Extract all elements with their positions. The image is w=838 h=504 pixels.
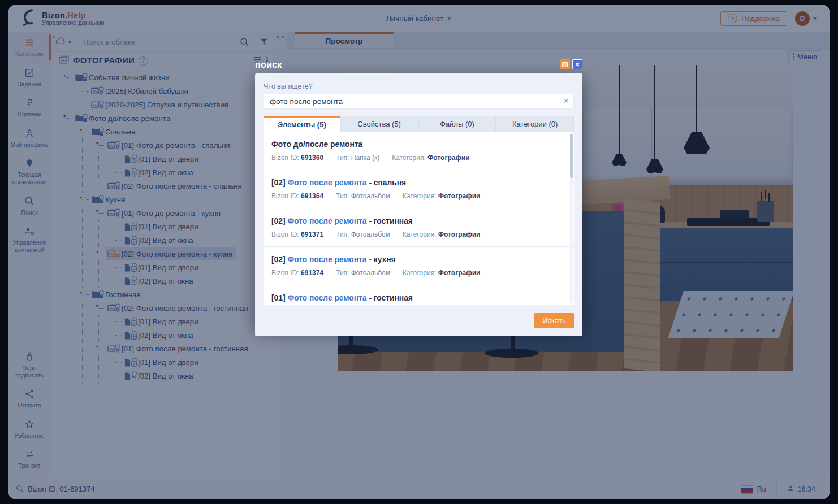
modal-search-input[interactable]: [264, 94, 574, 109]
result-link[interactable]: Фото после ремонта: [287, 294, 366, 302]
modal-tab-0[interactable]: Элементы (5): [264, 116, 340, 132]
minimize-window-icon[interactable]: [560, 59, 570, 69]
result-title: [01] Фото после ремонта - гостинная: [271, 294, 566, 302]
results-list: Фото до/после ремонтаBizon ID: 691360Тип…: [264, 132, 574, 305]
result-meta: Bizon ID: 691364Тип: ФотоальбомКатегория…: [271, 192, 566, 200]
modal-tab-3[interactable]: Категории (0): [496, 116, 574, 132]
modal-footer: Искать: [255, 305, 582, 336]
result-meta: Bizon ID: 691374Тип: ФотоальбомКатегория…: [271, 269, 566, 277]
result-item[interactable]: Фото до/после ремонтаBizon ID: 691360Тип…: [264, 132, 574, 170]
result-title: Фото до/после ремонта: [271, 140, 566, 149]
modal-titlebar: поиск ✕: [255, 59, 582, 73]
app-window: Bizon.Help Управление данными Личный каб…: [8, 5, 830, 499]
result-item[interactable]: [02] Фото после ремонта - гостиннаяBizon…: [264, 208, 574, 247]
result-item[interactable]: [01] Фото после ремонта - гостинная: [264, 285, 574, 305]
result-item[interactable]: [02] Фото после ремонта - кухняBizon ID:…: [264, 247, 574, 285]
result-title: [02] Фото после ремонта - спальня: [271, 179, 566, 187]
result-meta: Bizon ID: 691371Тип: ФотоальбомКатегория…: [271, 231, 566, 238]
result-title: [02] Фото после ремонта - кухня: [271, 255, 566, 264]
close-icon[interactable]: ✕: [572, 59, 582, 69]
result-link[interactable]: Фото после ремонта: [287, 179, 366, 187]
modal-title: поиск: [255, 59, 282, 69]
result-link[interactable]: Фото после ремонта: [287, 217, 366, 225]
modal-tab-1[interactable]: Свойства (5): [340, 116, 418, 132]
result-link[interactable]: Фото после ремонта: [287, 255, 366, 264]
search-submit-button[interactable]: Искать: [534, 313, 574, 328]
result-item[interactable]: [02] Фото после ремонта - спальняBizon I…: [264, 170, 574, 208]
results-area: Фото до/после ремонтаBizon ID: 691360Тип…: [264, 132, 574, 305]
search-modal: поиск ✕ Что вы ищете? ✕ Элементы (5)Свой…: [255, 59, 582, 328]
result-meta: Bizon ID: 691360Тип: Папка (к)Категория:…: [271, 154, 566, 162]
query-label: Что вы ищете?: [264, 82, 574, 90]
modal-panel: Что вы ищете? ✕ Элементы (5)Свойства (5)…: [255, 73, 582, 328]
clear-input-icon[interactable]: ✕: [563, 97, 569, 105]
result-title: [02] Фото после ремонта - гостинная: [271, 217, 566, 225]
modal-tab-2[interactable]: Файлы (0): [418, 116, 496, 132]
screen: Bizon.Help Управление данными Личный каб…: [0, 0, 838, 504]
modal-tabs: Элементы (5)Свойства (5)Файлы (0)Категор…: [264, 116, 574, 132]
scrollbar-thumb[interactable]: [570, 134, 573, 178]
results-scrollbar[interactable]: [570, 133, 573, 303]
